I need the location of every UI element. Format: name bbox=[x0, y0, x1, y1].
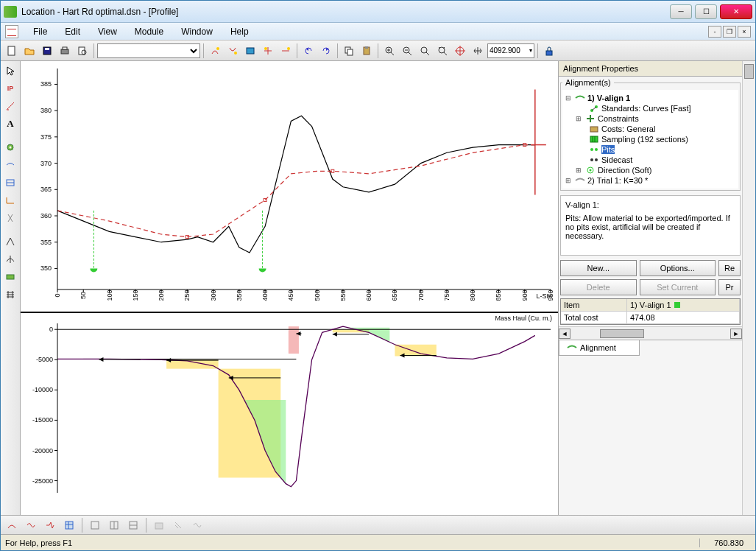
delete-button: Delete bbox=[560, 279, 637, 295]
document-icon[interactable] bbox=[5, 25, 18, 38]
svg-text:385: 385 bbox=[40, 80, 52, 88]
mass-haul-chart[interactable]: Mass Haul (Cu. m.)0-5000-10000-15000-200… bbox=[21, 312, 558, 515]
zoom-value-combo[interactable]: 4092.900 bbox=[487, 43, 534, 58]
menu-help[interactable]: Help bbox=[223, 25, 256, 38]
tree-root-1[interactable]: 1) V-align 1 bbox=[587, 94, 630, 102]
vtool3-icon[interactable] bbox=[2, 192, 18, 208]
pan-icon[interactable] bbox=[470, 43, 486, 59]
vtool1-icon[interactable] bbox=[2, 157, 18, 173]
menu-edit[interactable]: Edit bbox=[57, 25, 88, 38]
svg-line-24 bbox=[426, 52, 429, 55]
btool3-icon[interactable] bbox=[42, 517, 58, 533]
btool8-icon[interactable] bbox=[151, 517, 167, 533]
svg-point-7 bbox=[216, 47, 219, 50]
options-button[interactable]: Options... bbox=[640, 260, 716, 276]
tool-icon-4[interactable] bbox=[260, 43, 276, 59]
svg-text:365: 365 bbox=[40, 186, 52, 193]
maximize-button[interactable]: ☐ bbox=[695, 4, 717, 19]
svg-point-150 bbox=[590, 148, 593, 151]
svg-text:L-Stn: L-Stn bbox=[536, 292, 552, 300]
zoom-in-icon[interactable] bbox=[381, 43, 398, 59]
btool6-icon[interactable] bbox=[106, 517, 122, 533]
new-button[interactable]: New... bbox=[560, 260, 637, 276]
print-icon[interactable] bbox=[57, 43, 73, 59]
close-button[interactable]: ✕ bbox=[720, 4, 752, 19]
alignment-tab[interactable]: Alignment bbox=[559, 340, 640, 356]
btool9-icon[interactable] bbox=[170, 517, 186, 533]
btool5-icon[interactable] bbox=[87, 517, 103, 533]
tree-sampling[interactable]: Sampling (192 sections) bbox=[601, 135, 688, 144]
menu-view[interactable]: View bbox=[91, 25, 124, 38]
main-toolbar: 4092.900 bbox=[1, 41, 755, 61]
mdi-restore-button[interactable]: ❐ bbox=[723, 26, 736, 38]
zoom-rect-icon[interactable] bbox=[417, 43, 433, 59]
vtool4-icon[interactable] bbox=[2, 210, 18, 226]
btool1-icon[interactable] bbox=[4, 517, 20, 533]
vtool7-icon[interactable] bbox=[2, 269, 18, 285]
svg-text:100: 100 bbox=[106, 289, 113, 301]
menu-window[interactable]: Window bbox=[174, 25, 220, 38]
undo-icon[interactable] bbox=[300, 43, 317, 59]
profile-chart[interactable]: 3503553603653703753803850501001502002503… bbox=[21, 61, 558, 312]
description-title: V-align 1: bbox=[565, 200, 735, 209]
svg-text:370: 370 bbox=[40, 160, 52, 167]
set-current-button: Set Current bbox=[640, 279, 716, 295]
status-coordinate: 760.830 bbox=[699, 538, 751, 547]
svg-rect-30 bbox=[546, 51, 552, 55]
tool-icon-2[interactable] bbox=[225, 43, 241, 59]
selection-combo[interactable] bbox=[97, 43, 200, 58]
menu-file[interactable]: File bbox=[26, 25, 54, 38]
menu-module[interactable]: Module bbox=[127, 25, 171, 38]
settings-icon[interactable] bbox=[2, 139, 18, 155]
copy-icon[interactable] bbox=[341, 43, 357, 59]
vtool6-icon[interactable] bbox=[2, 251, 18, 267]
tool-icon-3[interactable] bbox=[242, 43, 258, 59]
panel-v-scrollbar[interactable] bbox=[742, 61, 755, 515]
tree-sidecast[interactable]: Sidecast bbox=[601, 155, 632, 164]
mdi-close-button[interactable]: × bbox=[738, 26, 751, 38]
mdi-minimize-button[interactable]: - bbox=[708, 26, 721, 38]
preview-icon[interactable] bbox=[74, 43, 91, 59]
zoom-extents-icon[interactable] bbox=[434, 43, 451, 59]
svg-text:0: 0 bbox=[54, 293, 61, 297]
tree-root-2[interactable]: 2) Trial 1: K=30 * bbox=[587, 176, 648, 185]
ip-icon[interactable]: IP bbox=[2, 80, 18, 96]
text-icon[interactable]: A bbox=[2, 116, 18, 132]
zoom-out-icon[interactable] bbox=[399, 43, 415, 59]
zoom-target-icon[interactable] bbox=[452, 43, 468, 59]
tree-standards[interactable]: Standards: Curves [Fast] bbox=[601, 104, 691, 113]
svg-rect-127 bbox=[166, 360, 219, 369]
save-icon[interactable] bbox=[39, 43, 55, 59]
new-file-icon[interactable] bbox=[4, 43, 20, 59]
panel-h-scrollbar[interactable]: ◄► bbox=[559, 326, 742, 340]
svg-text:Mass Haul (Cu. m.): Mass Haul (Cu. m.) bbox=[495, 315, 552, 322]
btool7-icon[interactable] bbox=[125, 517, 141, 533]
svg-point-8 bbox=[234, 52, 237, 55]
paste-icon[interactable] bbox=[358, 43, 375, 59]
tree-costs[interactable]: Costs: General bbox=[601, 124, 655, 133]
lock-icon[interactable] bbox=[541, 43, 557, 59]
pointer-icon[interactable] bbox=[2, 63, 18, 79]
tree-constraints[interactable]: Constraints bbox=[598, 114, 639, 123]
pr-button[interactable]: Pr bbox=[718, 279, 741, 295]
alignment-tree[interactable]: ⊟1) V-align 1 Standards: Curves [Fast] ⊞… bbox=[562, 90, 738, 189]
tool-icon-5[interactable] bbox=[278, 43, 294, 59]
svg-text:550: 550 bbox=[339, 289, 347, 301]
tree-pits[interactable]: Pits bbox=[601, 145, 615, 154]
btool4-icon[interactable] bbox=[61, 517, 77, 533]
vtool5-icon[interactable] bbox=[2, 234, 18, 250]
minimize-button[interactable]: ─ bbox=[670, 4, 692, 19]
btool10-icon[interactable] bbox=[189, 517, 205, 533]
re-button[interactable]: Re bbox=[718, 260, 741, 276]
svg-text:300: 300 bbox=[210, 289, 217, 301]
measure-icon[interactable] bbox=[2, 98, 18, 114]
open-file-icon[interactable] bbox=[21, 43, 38, 59]
btool2-icon[interactable] bbox=[23, 517, 39, 533]
tool-icon-1[interactable] bbox=[207, 43, 223, 59]
tree-direction[interactable]: Direction (Soft) bbox=[598, 166, 651, 175]
vtool2-icon[interactable] bbox=[2, 175, 18, 191]
vtool8-icon[interactable] bbox=[2, 287, 18, 303]
summary-table[interactable]: Item 1) V-align 1 Total cost 474.08 bbox=[560, 298, 741, 325]
redo-icon[interactable] bbox=[318, 43, 334, 59]
table-cell-total-cost-value: 474.08 bbox=[627, 312, 740, 323]
